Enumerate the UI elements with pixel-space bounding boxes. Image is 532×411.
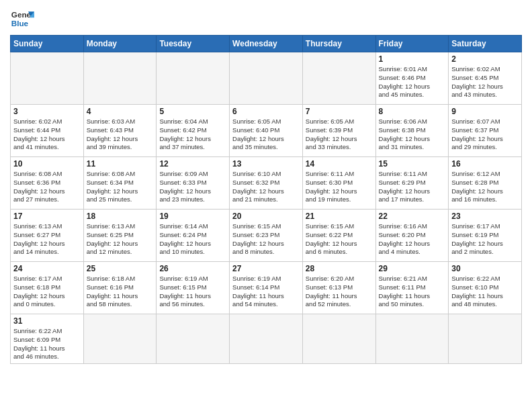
day-info: Sunrise: 6:21 AM Sunset: 6:11 PM Dayligh… [379,275,446,309]
calendar-cell [449,314,522,364]
day-info: Sunrise: 6:05 AM Sunset: 6:40 PM Dayligh… [232,118,300,152]
calendar-cell: 22Sunrise: 6:16 AM Sunset: 6:20 PM Dayli… [375,210,449,262]
day-number: 18 [87,212,154,221]
day-info: Sunrise: 6:22 AM Sunset: 6:09 PM Dayligh… [13,327,81,361]
calendar-header-row: SundayMondayTuesdayWednesdayThursdayFrid… [11,36,522,52]
day-info: Sunrise: 6:18 AM Sunset: 6:16 PM Dayligh… [87,275,154,309]
logo: General Blue [10,7,34,31]
day-number: 11 [87,159,154,169]
calendar-cell: 1Sunrise: 6:01 AM Sunset: 6:46 PM Daylig… [375,52,449,105]
calendar-cell: 9Sunrise: 6:07 AM Sunset: 6:37 PM Daylig… [449,105,522,157]
calendar-cell: 19Sunrise: 6:14 AM Sunset: 6:24 PM Dayli… [157,210,230,262]
calendar-cell: 24Sunrise: 6:17 AM Sunset: 6:18 PM Dayli… [11,262,84,314]
calendar-week-4: 17Sunrise: 6:13 AM Sunset: 6:27 PM Dayli… [11,210,522,262]
day-number: 8 [379,107,446,116]
calendar-cell [302,314,375,364]
calendar-header-monday: Monday [83,36,157,52]
day-number: 24 [13,264,81,273]
day-number: 16 [451,159,519,169]
calendar-cell [11,52,84,105]
day-info: Sunrise: 6:19 AM Sunset: 6:14 PM Dayligh… [232,275,300,309]
calendar-cell: 14Sunrise: 6:11 AM Sunset: 6:30 PM Dayli… [302,157,375,210]
calendar-cell [157,52,230,105]
calendar-cell: 11Sunrise: 6:08 AM Sunset: 6:34 PM Dayli… [83,157,157,210]
calendar-cell: 31Sunrise: 6:22 AM Sunset: 6:09 PM Dayli… [11,314,84,364]
calendar-week-1: 1Sunrise: 6:01 AM Sunset: 6:46 PM Daylig… [11,52,522,105]
day-number: 10 [13,159,81,169]
calendar-cell: 10Sunrise: 6:08 AM Sunset: 6:36 PM Dayli… [11,157,84,210]
calendar-week-6: 31Sunrise: 6:22 AM Sunset: 6:09 PM Dayli… [11,314,522,364]
calendar-header-thursday: Thursday [302,36,375,52]
day-info: Sunrise: 6:13 AM Sunset: 6:27 PM Dayligh… [13,222,81,257]
calendar-cell: 15Sunrise: 6:11 AM Sunset: 6:29 PM Dayli… [375,157,449,210]
calendar-week-2: 3Sunrise: 6:02 AM Sunset: 6:44 PM Daylig… [11,105,522,157]
calendar-cell: 7Sunrise: 6:05 AM Sunset: 6:39 PM Daylig… [302,105,375,157]
calendar-cell [230,314,303,364]
day-number: 14 [306,159,373,169]
day-info: Sunrise: 6:19 AM Sunset: 6:15 PM Dayligh… [159,275,226,309]
day-number: 4 [87,107,154,116]
day-number: 20 [232,212,300,221]
day-number: 6 [232,107,300,116]
day-number: 25 [87,264,154,273]
day-number: 3 [13,107,81,116]
day-info: Sunrise: 6:03 AM Sunset: 6:43 PM Dayligh… [87,118,154,152]
day-number: 2 [451,54,519,64]
day-number: 13 [232,159,300,169]
day-number: 15 [379,159,446,169]
day-info: Sunrise: 6:22 AM Sunset: 6:10 PM Dayligh… [451,275,519,309]
day-info: Sunrise: 6:13 AM Sunset: 6:25 PM Dayligh… [87,222,154,257]
day-number: 31 [13,316,81,326]
day-number: 5 [159,107,226,116]
day-info: Sunrise: 6:08 AM Sunset: 6:34 PM Dayligh… [87,170,154,204]
calendar-cell: 6Sunrise: 6:05 AM Sunset: 6:40 PM Daylig… [230,105,303,157]
calendar-cell: 18Sunrise: 6:13 AM Sunset: 6:25 PM Dayli… [83,210,157,262]
calendar-cell: 13Sunrise: 6:10 AM Sunset: 6:32 PM Dayli… [230,157,303,210]
day-info: Sunrise: 6:02 AM Sunset: 6:45 PM Dayligh… [451,65,519,99]
calendar-cell: 17Sunrise: 6:13 AM Sunset: 6:27 PM Dayli… [11,210,84,262]
header: General Blue [10,7,522,31]
calendar-cell: 21Sunrise: 6:15 AM Sunset: 6:22 PM Dayli… [302,210,375,262]
day-number: 23 [451,212,519,221]
calendar-cell: 4Sunrise: 6:03 AM Sunset: 6:43 PM Daylig… [83,105,157,157]
calendar-week-3: 10Sunrise: 6:08 AM Sunset: 6:36 PM Dayli… [11,157,522,210]
svg-text:Blue: Blue [11,19,29,28]
calendar-cell: 25Sunrise: 6:18 AM Sunset: 6:16 PM Dayli… [83,262,157,314]
page: General Blue SundayMondayTuesdayWednesda… [0,0,532,411]
day-info: Sunrise: 6:05 AM Sunset: 6:39 PM Dayligh… [306,118,373,152]
calendar-cell [375,314,449,364]
day-info: Sunrise: 6:12 AM Sunset: 6:28 PM Dayligh… [451,170,519,204]
day-info: Sunrise: 6:16 AM Sunset: 6:20 PM Dayligh… [379,222,446,257]
day-number: 26 [159,264,226,273]
day-info: Sunrise: 6:20 AM Sunset: 6:13 PM Dayligh… [306,275,373,309]
day-info: Sunrise: 6:14 AM Sunset: 6:24 PM Dayligh… [159,222,226,257]
day-number: 1 [379,54,446,64]
calendar-week-5: 24Sunrise: 6:17 AM Sunset: 6:18 PM Dayli… [11,262,522,314]
calendar-cell: 12Sunrise: 6:09 AM Sunset: 6:33 PM Dayli… [157,157,230,210]
calendar-cell: 20Sunrise: 6:15 AM Sunset: 6:23 PM Dayli… [230,210,303,262]
calendar-cell: 28Sunrise: 6:20 AM Sunset: 6:13 PM Dayli… [302,262,375,314]
calendar-cell [83,52,157,105]
day-number: 22 [379,212,446,221]
calendar-cell: 2Sunrise: 6:02 AM Sunset: 6:45 PM Daylig… [449,52,522,105]
day-number: 9 [451,107,519,116]
calendar-header-wednesday: Wednesday [230,36,303,52]
calendar-header-sunday: Sunday [11,36,84,52]
calendar-cell: 23Sunrise: 6:17 AM Sunset: 6:19 PM Dayli… [449,210,522,262]
day-info: Sunrise: 6:11 AM Sunset: 6:29 PM Dayligh… [379,170,446,204]
day-info: Sunrise: 6:17 AM Sunset: 6:19 PM Dayligh… [451,222,519,257]
calendar-cell [230,52,303,105]
calendar-cell: 3Sunrise: 6:02 AM Sunset: 6:44 PM Daylig… [11,105,84,157]
day-info: Sunrise: 6:11 AM Sunset: 6:30 PM Dayligh… [306,170,373,204]
calendar-cell: 30Sunrise: 6:22 AM Sunset: 6:10 PM Dayli… [449,262,522,314]
day-info: Sunrise: 6:07 AM Sunset: 6:37 PM Dayligh… [451,118,519,152]
calendar-cell [302,52,375,105]
calendar-cell: 5Sunrise: 6:04 AM Sunset: 6:42 PM Daylig… [157,105,230,157]
day-info: Sunrise: 6:17 AM Sunset: 6:18 PM Dayligh… [13,275,81,309]
calendar-header-friday: Friday [375,36,449,52]
day-info: Sunrise: 6:06 AM Sunset: 6:38 PM Dayligh… [379,118,446,152]
calendar-cell: 8Sunrise: 6:06 AM Sunset: 6:38 PM Daylig… [375,105,449,157]
calendar-header-saturday: Saturday [449,36,522,52]
calendar-cell [83,314,157,364]
calendar-cell: 29Sunrise: 6:21 AM Sunset: 6:11 PM Dayli… [375,262,449,314]
